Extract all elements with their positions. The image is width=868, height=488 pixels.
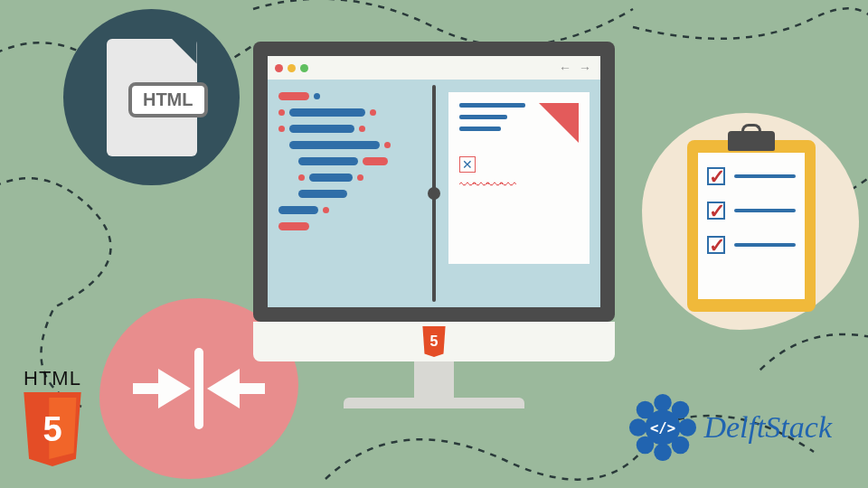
svg-point-4 <box>655 444 673 462</box>
svg-text:</>: </> <box>650 420 675 436</box>
window-titlebar: ← → <box>268 56 600 80</box>
nav-arrows-icon: ← → <box>559 61 593 75</box>
pane-divider <box>432 85 436 302</box>
preview-pane: ✕ 〰〰〰〰 <box>438 80 600 307</box>
checklist-item: ✓ <box>707 202 796 220</box>
svg-point-2 <box>679 418 697 436</box>
delftstack-badge-icon: </> <box>627 392 698 463</box>
collapse-horizontal-icon <box>133 348 265 429</box>
html5-shield-large-icon: 5 <box>20 392 85 466</box>
clipboard-icon: ✓ ✓ ✓ <box>687 140 816 312</box>
preview-error-icon: ✕ <box>459 156 476 173</box>
traffic-light-min-icon <box>288 64 296 72</box>
checklist-item: ✓ <box>707 167 796 185</box>
traffic-light-close-icon <box>275 64 283 72</box>
file-document-icon: HTML <box>107 39 197 156</box>
monitor-illustration: ← → <box>253 42 615 408</box>
svg-point-6 <box>629 418 647 436</box>
preview-shape-icon <box>539 103 579 143</box>
delftstack-text: DelftStack <box>703 410 832 445</box>
html-file-badge: HTML <box>63 9 240 185</box>
delftstack-logo: </> DelftStack <box>627 392 832 463</box>
html5-logo-text: HTML <box>20 367 85 390</box>
svg-point-0 <box>655 394 673 412</box>
file-label: HTML <box>128 82 208 117</box>
squiggle-icon: 〰〰〰〰 <box>459 176 579 195</box>
html5-shield-icon: 5 <box>420 326 448 357</box>
traffic-light-max-icon <box>300 64 308 72</box>
html5-logo: HTML 5 <box>20 367 85 466</box>
code-pane <box>268 80 430 307</box>
checklist-item: ✓ <box>707 236 796 254</box>
